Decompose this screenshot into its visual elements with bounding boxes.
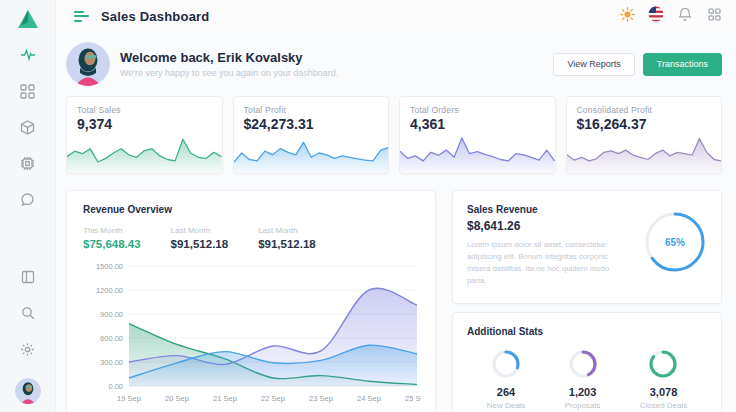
sales-revenue-description: Lorem ipsum dolor sit amet, consectetur … <box>467 239 627 287</box>
new-deals-ring <box>491 349 521 379</box>
stat-card-total-sales[interactable]: Total Sales 9,374 <box>66 96 223 174</box>
bell-icon <box>678 7 692 26</box>
sales-revenue-panel: Sales Revenue $8,641.26 Lorem ipsum dolo… <box>452 190 722 304</box>
sidebar-item-dashboard[interactable] <box>19 84 37 102</box>
us-flag-icon <box>648 6 664 26</box>
revenue-overview-title: Revenue Overview <box>83 204 419 215</box>
svg-text:600.00: 600.00 <box>100 334 123 343</box>
svg-text:19 Sep: 19 Sep <box>117 394 141 403</box>
proposals-ring <box>568 349 598 379</box>
revenue-stat-last-month-2: Last Month $91,512.18 <box>258 226 316 250</box>
svg-text:1500.00: 1500.00 <box>96 262 123 271</box>
total-orders-sparkline <box>400 129 555 173</box>
sidebar-item-search[interactable] <box>19 306 37 324</box>
welcome-header: Welcome back, Erik Kovalsky We're very h… <box>66 42 722 86</box>
donut-percent-label: 65% <box>643 210 707 274</box>
total-sales-sparkline <box>67 129 222 173</box>
sun-icon <box>620 7 635 26</box>
language-selector[interactable] <box>648 8 664 24</box>
sales-revenue-value: $8,641.26 <box>467 219 627 233</box>
sidebar-item-docs[interactable] <box>19 270 37 288</box>
sidebar-item-messages[interactable] <box>19 192 37 210</box>
additional-stats-panel: Additional Stats 264 New Deals 1,203 Pro… <box>452 312 722 412</box>
transactions-button[interactable]: Transactions <box>643 53 722 76</box>
welcome-title: Welcome back, Erik Kovalsky <box>120 50 338 65</box>
sidebar-item-activity[interactable] <box>19 48 37 66</box>
cube-icon <box>20 120 35 139</box>
svg-text:1200.00: 1200.00 <box>96 286 123 295</box>
revenue-stat-last-month: Last Month $91,512.18 <box>171 226 229 250</box>
grid-icon <box>20 84 35 103</box>
stat-card-label: Total Orders <box>410 105 459 115</box>
user-avatar <box>66 42 110 86</box>
revenue-area-chart: 0.00300.00600.00900.001200.001500.0019 S… <box>83 258 421 408</box>
svg-text:900.00: 900.00 <box>100 310 123 319</box>
total-profit-sparkline <box>234 129 389 173</box>
stat-card-consolidated-profit[interactable]: Consolidated Profit $16,264.37 <box>566 96 723 174</box>
app-logo-icon[interactable] <box>16 8 40 34</box>
stat-new-deals: 264 New Deals <box>487 349 526 410</box>
revenue-overview-panel: Revenue Overview This Month $75,648.43 L… <box>66 190 436 412</box>
activity-icon <box>20 47 36 67</box>
svg-text:0.00: 0.00 <box>108 382 123 391</box>
sales-revenue-title: Sales Revenue <box>467 204 627 215</box>
stat-cards-row: Total Sales 9,374 Total Profit $24,273.3… <box>66 96 722 174</box>
svg-text:22 Sep: 22 Sep <box>261 394 285 403</box>
stat-card-label: Total Profit <box>244 105 287 115</box>
additional-stats-title: Additional Stats <box>467 326 707 337</box>
sidebar-item-products[interactable] <box>19 120 37 138</box>
layout-icon <box>21 270 35 288</box>
stat-card-label: Consolidated Profit <box>577 105 653 115</box>
sidebar-user-avatar[interactable] <box>15 378 41 404</box>
stat-card-total-orders[interactable]: Total Orders 4,361 <box>399 96 556 174</box>
view-reports-button[interactable]: View Reports <box>553 53 634 76</box>
topbar: Sales Dashboard <box>56 0 736 32</box>
main-content: Welcome back, Erik Kovalsky We're very h… <box>56 32 736 412</box>
svg-text:23 Sep: 23 Sep <box>309 394 333 403</box>
apps-grid-icon <box>708 7 721 25</box>
stat-closed-deals: 3,078 Closed Deals <box>640 349 688 410</box>
sidebar-item-settings[interactable] <box>19 342 37 360</box>
stat-card-label: Total Sales <box>77 105 121 115</box>
search-icon <box>21 306 35 324</box>
theme-toggle-button[interactable] <box>619 8 635 24</box>
consolidated-profit-sparkline <box>567 129 722 173</box>
welcome-subtitle: We're very happy to see you again on you… <box>120 68 338 78</box>
chat-icon <box>20 192 35 211</box>
sidebar-bottom-nav <box>15 270 41 404</box>
menu-toggle-icon[interactable] <box>74 11 89 22</box>
svg-text:24 Sep: 24 Sep <box>357 394 381 403</box>
svg-text:300.00: 300.00 <box>100 358 123 367</box>
stat-card-total-profit[interactable]: Total Profit $24,273.31 <box>233 96 390 174</box>
topbar-actions <box>619 8 722 24</box>
closed-deals-ring <box>648 349 678 379</box>
svg-text:25 Sep: 25 Sep <box>405 394 421 403</box>
revenue-stat-this-month: This Month $75,648.43 <box>83 226 141 250</box>
page-title: Sales Dashboard <box>101 9 210 24</box>
sidebar-item-system[interactable] <box>19 156 37 174</box>
sidebar-nav <box>19 48 37 210</box>
stat-proposals: 1,203 Proposals <box>565 349 601 410</box>
svg-text:21 Sep: 21 Sep <box>213 394 237 403</box>
apps-menu-button[interactable] <box>706 8 722 24</box>
chip-icon <box>20 156 35 175</box>
sales-revenue-donut: 65% <box>643 210 707 274</box>
svg-text:20 Sep: 20 Sep <box>165 394 189 403</box>
gear-icon <box>20 342 35 361</box>
notifications-button[interactable] <box>677 8 693 24</box>
sidebar <box>0 0 56 412</box>
